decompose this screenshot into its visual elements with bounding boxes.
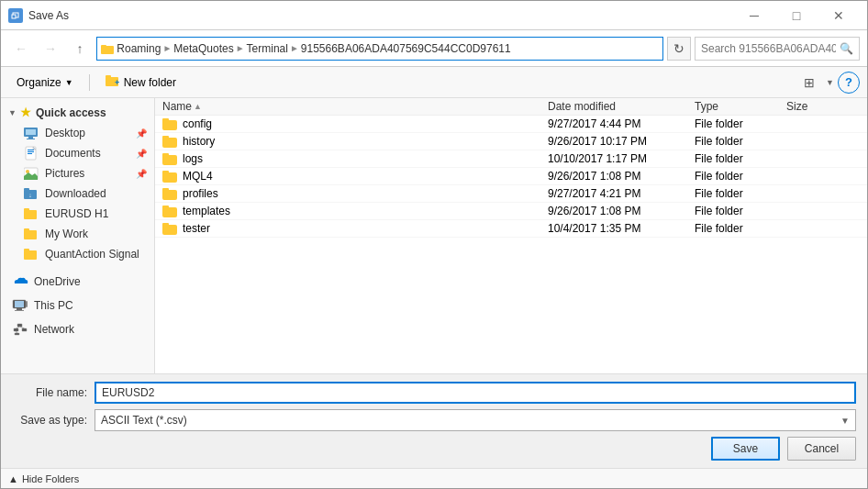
search-box: 🔍 bbox=[695, 37, 860, 61]
path-terminal: Terminal bbox=[247, 42, 288, 55]
window-controls: ─ □ ✕ bbox=[733, 1, 860, 30]
minimize-button[interactable]: ─ bbox=[733, 1, 775, 30]
svg-line-36 bbox=[17, 327, 20, 328]
sidebar-item-documents[interactable]: Documents 📌 bbox=[1, 143, 154, 163]
savetype-label: Save as type: bbox=[12, 414, 95, 427]
table-row[interactable]: profiles 9/27/2017 4:21 PM File folder bbox=[155, 185, 867, 203]
path-metaquotes: MetaQuotes bbox=[173, 42, 233, 55]
file-name-cell: history bbox=[162, 135, 548, 148]
documents-pin: 📌 bbox=[136, 149, 147, 159]
file-list-header: Name ▲ Date modified Type Size bbox=[155, 98, 867, 116]
help-button[interactable]: ? bbox=[838, 72, 860, 94]
sidebar-item-pictures[interactable]: Pictures 📌 bbox=[1, 163, 154, 183]
file-name: MQL4 bbox=[183, 170, 213, 183]
svg-rect-7 bbox=[106, 75, 111, 78]
folder-icon bbox=[162, 206, 177, 217]
downloaded-label: Downloaded bbox=[45, 187, 106, 200]
window-title: Save As bbox=[28, 9, 733, 22]
thispc-icon bbox=[12, 298, 28, 313]
filename-row: File name: bbox=[12, 382, 856, 404]
main-content: ▼ ★ Quick access Desktop 📌 bbox=[1, 98, 867, 373]
maximize-button[interactable]: □ bbox=[775, 1, 818, 30]
file-date: 9/26/2017 10:17 PM bbox=[548, 135, 695, 148]
forward-button[interactable]: → bbox=[38, 36, 63, 61]
svg-rect-11 bbox=[28, 137, 33, 139]
organize-button[interactable]: Organize ▼ bbox=[8, 72, 82, 94]
table-row[interactable]: MQL4 9/26/2017 1:08 PM File folder bbox=[155, 168, 867, 185]
sidebar-item-onedrive[interactable]: OneDrive bbox=[1, 272, 154, 292]
desktop-pin: 📌 bbox=[136, 128, 147, 139]
refresh-button[interactable]: ↻ bbox=[667, 37, 691, 61]
svg-rect-38 bbox=[15, 333, 19, 335]
sidebar-item-quantaction[interactable]: QuantAction Signal bbox=[1, 244, 154, 264]
mywork-label: My Work bbox=[45, 228, 88, 240]
table-row[interactable]: logs 10/10/2017 1:17 PM File folder bbox=[155, 150, 867, 168]
svg-rect-20 bbox=[24, 188, 29, 191]
hide-folders-bar: ▲ Hide Folders bbox=[1, 468, 867, 488]
view-button[interactable]: ⊞ bbox=[796, 72, 822, 94]
file-type: File folder bbox=[695, 170, 786, 183]
sidebar-item-network[interactable]: Network bbox=[1, 319, 154, 339]
title-bar: Save As ─ □ ✕ bbox=[1, 1, 867, 30]
sidebar-item-downloaded[interactable]: ↓ Downloaded bbox=[1, 183, 154, 204]
svg-rect-23 bbox=[24, 208, 29, 211]
svg-line-39 bbox=[17, 331, 17, 333]
folder-icon bbox=[162, 171, 177, 183]
toolbar: Organize ▼ + New folder ⊞ ▼ ? bbox=[1, 67, 867, 98]
save-as-dialog: Save As ─ □ ✕ ← → ↑ Roaming ► MetaQuotes… bbox=[0, 0, 868, 489]
sidebar-item-mywork[interactable]: My Work bbox=[1, 224, 154, 244]
hide-folders-button[interactable]: ▲ Hide Folders bbox=[8, 473, 79, 484]
sidebar: ▼ ★ Quick access Desktop 📌 bbox=[1, 98, 155, 373]
file-type: File folder bbox=[695, 152, 786, 165]
file-name: profiles bbox=[183, 187, 218, 200]
organize-label: Organize bbox=[17, 76, 61, 89]
sidebar-item-desktop[interactable]: Desktop 📌 bbox=[1, 123, 154, 143]
close-button[interactable]: ✕ bbox=[818, 1, 860, 30]
sidebar-item-thispc[interactable]: This PC bbox=[1, 295, 154, 316]
address-path[interactable]: Roaming ► MetaQuotes ► Terminal ► 915566… bbox=[96, 37, 663, 61]
network-label: Network bbox=[34, 323, 74, 336]
sidebar-section-quickaccess[interactable]: ▼ ★ Quick access bbox=[1, 102, 154, 123]
save-button[interactable]: Save bbox=[711, 437, 780, 461]
table-row[interactable]: templates 9/26/2017 1:08 PM File folder bbox=[155, 203, 867, 220]
table-row[interactable]: history 9/26/2017 10:17 PM File folder bbox=[155, 133, 867, 150]
file-rows-container: config 9/27/2017 4:44 PM File folder his… bbox=[155, 116, 867, 238]
svg-rect-5 bbox=[101, 45, 106, 48]
file-name-cell: config bbox=[162, 117, 548, 130]
pictures-icon bbox=[23, 166, 39, 181]
file-name: tester bbox=[183, 222, 210, 235]
table-row[interactable]: tester 10/4/2017 1:35 PM File folder bbox=[155, 220, 867, 238]
up-button[interactable]: ↑ bbox=[67, 36, 93, 61]
svg-rect-24 bbox=[24, 230, 37, 239]
hide-folders-arrow: ▲ bbox=[8, 473, 18, 484]
search-input[interactable] bbox=[701, 42, 836, 55]
quickaccess-arrow: ▼ bbox=[8, 108, 17, 117]
filename-input[interactable] bbox=[95, 382, 856, 404]
savetype-select[interactable]: ASCII Text (*.csv) ▼ bbox=[95, 409, 856, 431]
network-icon bbox=[12, 322, 28, 337]
svg-line-37 bbox=[20, 327, 25, 328]
folder-icon bbox=[162, 118, 177, 130]
header-date: Date modified bbox=[548, 100, 695, 113]
svg-rect-33 bbox=[17, 324, 22, 327]
file-name: history bbox=[183, 135, 215, 148]
eurusd-icon bbox=[23, 206, 39, 221]
file-type: File folder bbox=[695, 187, 786, 200]
documents-label: Documents bbox=[45, 147, 101, 160]
svg-rect-25 bbox=[24, 228, 29, 231]
file-name-cell: profiles bbox=[162, 187, 548, 200]
svg-rect-27 bbox=[24, 249, 29, 251]
documents-icon bbox=[23, 146, 39, 161]
new-folder-button[interactable]: + New folder bbox=[97, 72, 184, 94]
onedrive-icon bbox=[12, 274, 28, 289]
file-type: File folder bbox=[695, 205, 786, 217]
path-icon bbox=[101, 43, 114, 54]
folder-icon bbox=[162, 153, 177, 165]
svg-rect-30 bbox=[17, 308, 22, 310]
sidebar-item-eurusd[interactable]: EURUSD H1 bbox=[1, 204, 154, 224]
folder-icon bbox=[162, 136, 177, 148]
cancel-button[interactable]: Cancel bbox=[787, 437, 856, 461]
back-button[interactable]: ← bbox=[8, 36, 34, 61]
savetype-arrow: ▼ bbox=[840, 416, 850, 426]
table-row[interactable]: config 9/27/2017 4:44 PM File folder bbox=[155, 116, 867, 133]
